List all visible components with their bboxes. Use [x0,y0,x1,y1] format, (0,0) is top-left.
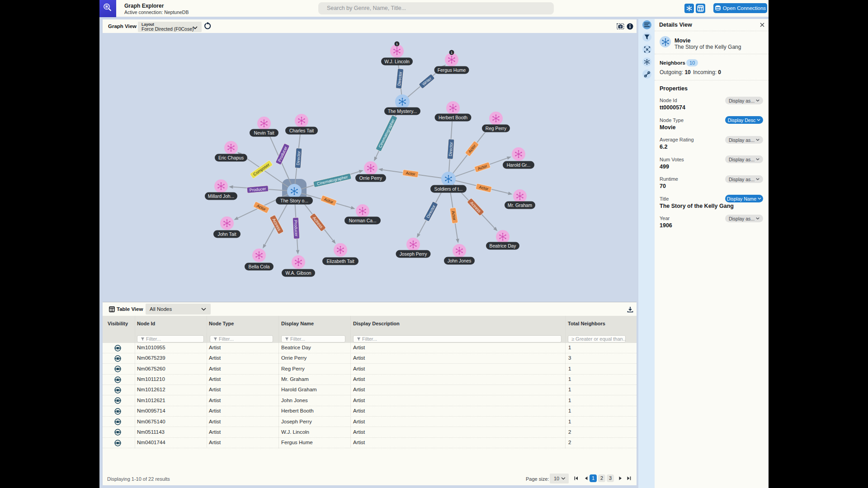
svg-text:1: 1 [396,42,398,46]
svg-text:Reg Perry: Reg Perry [486,126,507,131]
svg-text:Millard Joh...: Millard Joh... [208,194,234,199]
svg-text:Charles Tait: Charles Tait [289,128,314,133]
svg-text:Producer: Producer [293,220,299,237]
svg-text:1: 1 [451,51,453,55]
svg-text:Orrie Perry: Orrie Perry [359,176,382,181]
svg-text:Eric Chapus: Eric Chapus [218,155,244,160]
svg-text:Elizabeth Tait: Elizabeth Tait [326,259,354,264]
svg-text:The Story o...: The Story o... [280,198,308,203]
svg-text:Herbert Booth: Herbert Booth [439,115,467,120]
svg-text:Bella Cola: Bella Cola [249,264,270,269]
svg-text:John Tait: John Tait [217,232,236,237]
svg-text:Fergus Hume: Fergus Hume [438,68,466,73]
svg-text:Nevin Tait: Nevin Tait [254,131,274,136]
svg-text:Mr. Graham: Mr. Graham [508,203,532,208]
svg-text:Soldiers of t...: Soldiers of t... [434,187,463,192]
svg-text:The Mystery...: The Mystery... [388,109,417,114]
svg-text:Harold Gr...: Harold Gr... [507,163,531,168]
svg-text:W.J. Lincoln: W.J. Lincoln [384,59,410,64]
svg-text:John Jones: John Jones [448,258,472,263]
svg-text:Joseph Perry: Joseph Perry [400,252,428,257]
svg-text:Norman Ca...: Norman Ca... [349,218,376,223]
svg-text:W.A. Gibson: W.A. Gibson [285,271,311,276]
svg-text:Cinematographer: Cinematographer [377,118,395,149]
svg-text:Beatrice Day: Beatrice Day [490,244,517,249]
